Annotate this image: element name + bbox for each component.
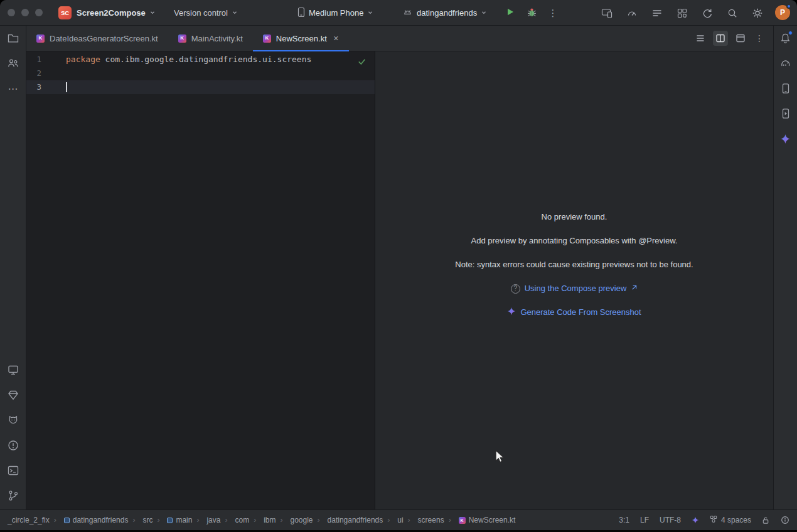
profiler-icon[interactable] xyxy=(626,7,638,19)
encoding-widget[interactable]: UTF-8 xyxy=(660,516,681,524)
breadcrumb-item[interactable]: _circle_2_fix xyxy=(8,516,50,524)
status-bar: _circle_2_fix datingandfriends src main … xyxy=(0,509,797,530)
code-line-2: 2 xyxy=(26,66,375,80)
running-devices-icon[interactable] xyxy=(777,105,794,122)
code-view-icon[interactable] xyxy=(693,31,708,46)
project-name: Screen2Compose xyxy=(77,8,146,18)
device-selector[interactable]: Medium Phone xyxy=(297,0,373,26)
gemini-tool-icon[interactable] xyxy=(777,130,794,147)
debug-button[interactable] xyxy=(523,5,540,21)
device-manager-icon[interactable] xyxy=(777,80,794,97)
pull-requests-icon[interactable] xyxy=(4,55,22,72)
terminal-tool-icon[interactable] xyxy=(4,462,22,479)
code-line-1: 1 package com.ibm.google.datingandfriend… xyxy=(26,53,375,66)
external-link-icon xyxy=(631,283,638,294)
tab-newscreen-active[interactable]: K NewScreen.kt ✕ xyxy=(253,26,349,51)
chevron-down-icon xyxy=(232,8,238,18)
editor-view-toggles: ⋮ xyxy=(693,26,766,51)
split-view-icon[interactable] xyxy=(713,31,728,46)
problems-tool-icon[interactable] xyxy=(4,437,22,454)
gradle-tool-icon[interactable] xyxy=(777,55,794,72)
version-control-menu[interactable]: Version control xyxy=(174,0,238,26)
running-devices-tool-icon[interactable] xyxy=(4,361,22,379)
phone-icon xyxy=(297,7,305,19)
no-preview-message: No preview found. xyxy=(542,211,607,223)
project-tool-icon[interactable] xyxy=(4,29,22,47)
tab-close-icon[interactable]: ✕ xyxy=(333,35,339,43)
line-number[interactable]: 2 xyxy=(26,66,41,80)
sync-project-icon[interactable] xyxy=(701,7,714,19)
status-widgets: 3:1 LF UTF-8 4 spaces xyxy=(619,515,789,525)
notification-dot xyxy=(788,31,793,35)
help-icon: ? xyxy=(511,284,520,294)
search-icon[interactable] xyxy=(726,7,739,19)
status-info-icon[interactable] xyxy=(781,516,789,524)
run-button[interactable] xyxy=(502,5,518,21)
chevron-down-icon xyxy=(367,8,373,18)
keyword-package: package xyxy=(66,55,100,64)
version-control-tool-icon[interactable] xyxy=(4,487,22,504)
project-menu[interactable]: Screen2Compose xyxy=(77,0,156,26)
tab-mainactivity[interactable]: K MainActivity.kt xyxy=(168,26,253,51)
notifications-bell-icon[interactable] xyxy=(777,29,794,47)
line-number[interactable]: 3 xyxy=(26,80,41,94)
breadcrumb-item[interactable]: datingandfriends xyxy=(313,516,383,524)
caret-position-widget[interactable]: 3:1 xyxy=(619,516,629,524)
breadcrumb-item[interactable]: java xyxy=(192,516,220,524)
more-actions-button[interactable]: ⋮ xyxy=(545,5,561,21)
docs-link-label: Using the Compose preview xyxy=(525,283,627,294)
line-separator-widget[interactable]: LF xyxy=(640,516,649,524)
left-tool-stripe: ⋯ xyxy=(0,26,26,509)
line-number[interactable]: 1 xyxy=(26,53,41,66)
code-area: 1 package com.ibm.google.datingandfriend… xyxy=(26,51,375,509)
breadcrumb-item-file[interactable]: KNewScreen.kt xyxy=(444,516,516,524)
plugins-icon[interactable] xyxy=(676,7,688,19)
logcat-lines-icon[interactable] xyxy=(651,7,663,19)
breadcrumb-item[interactable]: screens xyxy=(404,516,444,524)
indent-widget[interactable]: 4 spaces xyxy=(710,515,751,525)
breadcrumb-item[interactable]: datingandfriends xyxy=(50,516,129,524)
breadcrumb-item[interactable]: com xyxy=(220,516,249,524)
more-tool-windows-icon[interactable]: ⋯ xyxy=(4,80,22,97)
kebab-icon: ⋮ xyxy=(548,8,558,19)
window-close-button[interactable] xyxy=(8,9,15,16)
breadcrumb-item[interactable]: main xyxy=(152,516,192,524)
code-line-3-current: 3 xyxy=(26,80,375,94)
user-avatar[interactable]: P xyxy=(775,5,790,20)
breadcrumb-item[interactable]: ibm xyxy=(249,516,275,524)
version-control-label: Version control xyxy=(174,8,228,18)
generate-link-label: Generate Code From Screenshot xyxy=(520,307,641,318)
kotlin-file-icon: K xyxy=(178,35,186,43)
indent-icon xyxy=(710,515,718,525)
syntax-error-note: Note: syntax errors could cause existing… xyxy=(455,259,693,270)
window-maximize-button[interactable] xyxy=(35,9,43,16)
settings-gear-icon[interactable] xyxy=(751,7,764,19)
play-icon xyxy=(506,8,515,19)
breadcrumbs: _circle_2_fix datingandfriends src main … xyxy=(8,516,515,524)
file-writable-lock-icon[interactable] xyxy=(762,516,770,524)
right-tool-stripe xyxy=(773,26,797,509)
inspections-ok-check-icon[interactable] xyxy=(356,56,367,67)
source-root-icon xyxy=(167,518,173,523)
compose-preview-docs-link[interactable]: ? Using the Compose preview xyxy=(511,283,638,294)
generate-code-from-screenshot-link[interactable]: Generate Code From Screenshot xyxy=(507,307,641,318)
breadcrumb-item[interactable]: src xyxy=(128,516,152,524)
resource-manager-icon[interactable] xyxy=(4,386,22,404)
run-configuration-selector[interactable]: datingandfriends xyxy=(402,0,487,26)
code-editor[interactable]: 1 package com.ibm.google.datingandfriend… xyxy=(26,51,375,509)
android-studio-window: SC Screen2Compose Version control Medium… xyxy=(0,0,797,532)
tab-dateideasgeneratorscreen[interactable]: K DateIdeasGeneratorScreen.kt xyxy=(26,26,168,51)
kotlin-file-icon: K xyxy=(36,35,45,43)
window-minimize-button[interactable] xyxy=(21,9,29,16)
breadcrumb-item[interactable]: google xyxy=(275,516,313,524)
ai-sparkle-icon[interactable] xyxy=(692,516,699,524)
avatar-initial: P xyxy=(780,8,785,17)
kotlin-file-icon: K xyxy=(459,517,466,524)
design-view-icon[interactable] xyxy=(733,31,748,46)
kotlin-file-icon: K xyxy=(263,35,271,43)
device-mirroring-icon[interactable] xyxy=(601,7,613,19)
logcat-tool-icon[interactable] xyxy=(4,412,22,429)
editor-options-kebab-icon[interactable]: ⋮ xyxy=(753,33,766,43)
bug-icon xyxy=(527,7,537,20)
breadcrumb-item[interactable]: ui xyxy=(383,516,403,524)
